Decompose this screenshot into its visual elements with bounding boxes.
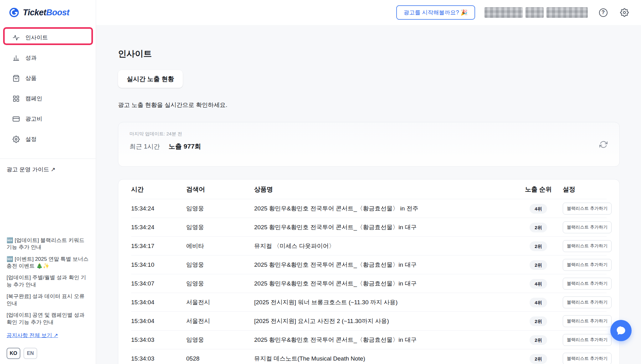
sidebar-item-campaigns[interactable]: 캠페인 xyxy=(3,89,93,108)
row-keyword: 임영웅 xyxy=(186,205,254,213)
row-keyword: 에비타 xyxy=(186,242,254,250)
table-row: 15:34:04 서울전시 [2025 전시지원] 워너 브롱크호스트 (~11… xyxy=(131,293,607,311)
notice-item[interactable]: [업데이트] 주별/월별 성과 확인 기능 추가 안내 xyxy=(7,274,89,288)
add-blacklist-button[interactable]: 블랙리스트 추가하기 xyxy=(563,203,612,215)
sidebar-notices: 🆕 [업데이트] 블랙리스트 키워드 기능 추가 안내 🆕 [이벤트] 2025… xyxy=(0,237,96,364)
row-time: 15:34:04 xyxy=(131,299,186,306)
credit-card-icon xyxy=(13,115,20,123)
brand-logo-text: TicketBoost xyxy=(23,8,69,18)
table-row: 15:34:10 임영웅 2025 황민우&황민호 전국투어 콘서트_〈황금효선… xyxy=(131,255,607,274)
row-product: 뮤지컬 〈미세스 다웃파이어〉 xyxy=(254,242,514,250)
page-title: 인사이트 xyxy=(118,48,641,59)
sidebar-item-label: 설정 xyxy=(25,135,37,143)
row-product: 2025 황민우&황민호 전국투어 콘서트_〈황금효선물〉in 대구 xyxy=(254,336,514,344)
grid-icon xyxy=(13,95,20,102)
sidebar-item-performance[interactable]: 성과 xyxy=(3,48,93,68)
add-blacklist-button[interactable]: 블랙리스트 추가하기 xyxy=(563,221,612,233)
table-row: 15:34:03 0528 뮤지컬 데스노트(The Musical Death… xyxy=(131,349,607,364)
sidebar-item-ad-spend[interactable]: 광고비 xyxy=(3,109,93,129)
exposure-count: 노출 977회 xyxy=(169,142,201,151)
add-blacklist-button[interactable]: 블랙리스트 추가하기 xyxy=(563,296,612,308)
notices-all-link[interactable]: 공지사항 전체 보기 ↗ xyxy=(7,332,58,339)
add-blacklist-button[interactable]: 블랙리스트 추가하기 xyxy=(563,259,612,271)
row-time: 15:34:03 xyxy=(131,336,186,343)
table-row: 15:34:17 에비타 뮤지컬 〈미세스 다웃파이어〉 2위 블랙리스트 추가… xyxy=(131,236,607,255)
chat-bubble-icon xyxy=(615,325,627,336)
lang-ko-button[interactable]: KO xyxy=(7,348,20,359)
table-row: 15:34:24 임영웅 2025 황민우&황민호 전국투어 콘서트_〈황금효선… xyxy=(131,218,607,236)
row-keyword: 0528 xyxy=(186,355,254,362)
settings-button[interactable] xyxy=(618,7,630,18)
sidebar-item-products[interactable]: 상품 xyxy=(3,68,93,88)
row-time: 15:34:17 xyxy=(131,243,186,250)
row-time: 15:34:24 xyxy=(131,205,186,212)
notice-item[interactable]: 🆕 [이벤트] 2025 연말 특별 보너스 충전 이벤트 🎄✨ xyxy=(7,256,89,270)
brand-logo-icon xyxy=(9,7,19,18)
row-time: 15:34:04 xyxy=(131,318,186,325)
col-header-product: 상품명 xyxy=(254,185,514,194)
exposure-summary-card: 마지막 업데이트: 24분 전 최근 1시간 노출 977회 xyxy=(118,122,620,167)
brand-name-boost: Boost xyxy=(46,8,69,17)
row-product: 2025 황민우&황민호 전국투어 콘서트_〈황금효선물〉in 대구 xyxy=(254,223,514,231)
table-row: 15:34:24 임영웅 2025 황민우&황민호 전국투어 콘서트_〈황금효선… xyxy=(131,199,607,218)
brand-logo[interactable]: TicketBoost xyxy=(0,0,96,25)
sidebar-nav: 인사이트 성과 상품 캠페인 광고비 설정 xyxy=(0,25,96,150)
rank-badge: 4위 xyxy=(530,298,547,307)
col-header-time: 시간 xyxy=(131,185,186,194)
rank-badge: 2위 xyxy=(530,241,547,251)
add-blacklist-button[interactable]: 블랙리스트 추가하기 xyxy=(563,334,612,346)
row-keyword: 임영웅 xyxy=(186,261,254,269)
row-product: 뮤지컬 데스노트(The Musical Death Note) xyxy=(254,355,514,363)
col-header-rank: 노출 순위 xyxy=(525,185,552,194)
page-description: 광고 노출 현황을 실시간으로 확인하세요. xyxy=(118,101,641,109)
row-keyword: 서울전시 xyxy=(186,298,254,306)
ad-guide-link[interactable]: 광고 운영 가이드 ↗ xyxy=(0,159,96,173)
table-row: 15:34:07 임영웅 2025 황민우&황민호 전국투어 콘서트_〈황금효선… xyxy=(131,274,607,293)
row-time: 15:34:24 xyxy=(131,224,186,231)
gear-icon xyxy=(620,8,629,17)
row-time: 15:34:07 xyxy=(131,280,186,287)
table-row: 15:34:03 임영웅 2025 황민우&황민호 전국투어 콘서트_〈황금효선… xyxy=(131,330,607,349)
col-header-keyword: 검색어 xyxy=(186,185,254,194)
table-row: 15:34:04 서울전시 [2025 전시지원] 요시고 사진전 2 (~11… xyxy=(131,311,607,330)
sidebar-item-label: 상품 xyxy=(25,74,37,82)
rank-badge: 2위 xyxy=(530,223,547,232)
gear-icon xyxy=(13,136,20,143)
row-keyword: 임영웅 xyxy=(186,223,254,231)
help-icon: ? xyxy=(599,8,608,17)
row-time: 15:34:03 xyxy=(131,355,186,362)
row-product: 2025 황민우&황민호 전국투어 콘서트_〈황금효선물〉 in 전주 xyxy=(254,205,514,213)
sidebar-item-label: 인사이트 xyxy=(25,34,48,41)
table-header-row: 시간 검색어 상품명 노출 순위 설정 xyxy=(131,179,607,199)
help-button[interactable]: ? xyxy=(597,7,609,18)
add-blacklist-button[interactable]: 블랙리스트 추가하기 xyxy=(563,315,612,327)
add-blacklist-button[interactable]: 블랙리스트 추가하기 xyxy=(563,353,612,364)
language-switch: KO EN xyxy=(7,348,89,359)
lang-en-button[interactable]: EN xyxy=(23,348,37,359)
chat-fab-button[interactable] xyxy=(610,320,632,341)
notice-item[interactable]: 🆕 [업데이트] 블랙리스트 키워드 기능 추가 안내 xyxy=(7,237,89,251)
brand-name-ticket: Ticket xyxy=(23,8,46,17)
rank-badge: 2위 xyxy=(530,354,547,364)
rank-badge: 4위 xyxy=(530,204,547,214)
notice-item[interactable]: [업데이트] 공연 및 캠페인별 성과 확인 기능 추가 안내 xyxy=(7,312,89,326)
topbar: 광고를 시작해볼까요? 🎉 ? xyxy=(96,0,641,25)
activity-icon xyxy=(13,34,20,41)
refresh-icon xyxy=(599,140,608,149)
add-blacklist-button[interactable]: 블랙리스트 추가하기 xyxy=(563,278,612,290)
sidebar-item-label: 광고비 xyxy=(25,115,42,123)
sidebar-item-label: 캠페인 xyxy=(25,95,42,102)
rank-badge: 2위 xyxy=(530,335,547,345)
rank-badge: 4위 xyxy=(530,279,547,289)
add-blacklist-button[interactable]: 블랙리스트 추가하기 xyxy=(563,240,612,252)
tab-realtime-exposure[interactable]: 실시간 노출 현황 xyxy=(118,70,183,88)
col-header-settings: 설정 xyxy=(563,185,607,194)
sidebar-item-insight[interactable]: 인사이트 xyxy=(3,28,93,47)
notice-item[interactable]: [복구완료] 성과 데이터 표시 오류 안내 xyxy=(7,293,89,307)
shopping-bag-icon xyxy=(13,75,20,82)
sidebar-item-settings[interactable]: 설정 xyxy=(3,129,93,149)
refresh-button[interactable] xyxy=(599,140,608,149)
main-content: 인사이트 실시간 노출 현황 광고 노출 현황을 실시간으로 확인하세요. 마지… xyxy=(96,25,641,364)
start-ads-button[interactable]: 광고를 시작해볼까요? 🎉 xyxy=(396,5,475,20)
row-product: [2025 전시지원] 요시고 사진전 2 (~11.30까지 사용) xyxy=(254,317,514,325)
